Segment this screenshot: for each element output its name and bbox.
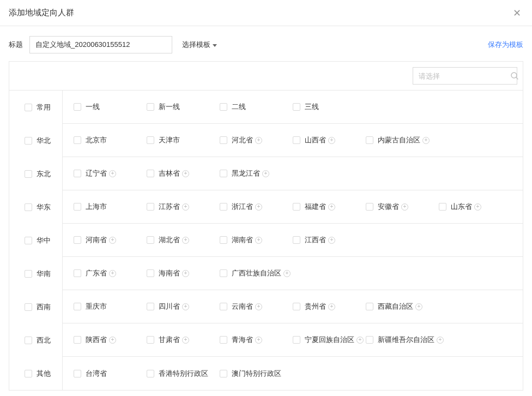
region-checkbox[interactable] (293, 236, 300, 244)
region-checkbox[interactable] (220, 269, 227, 277)
region-item: 河北省 (220, 135, 293, 145)
region-label: 甘肃省 (159, 335, 180, 345)
region-checkbox[interactable] (220, 236, 227, 244)
expand-icon[interactable] (415, 303, 422, 310)
expand-icon[interactable] (109, 237, 116, 244)
region-checkbox[interactable] (147, 103, 154, 111)
expand-icon[interactable] (255, 237, 262, 244)
region-checkbox[interactable] (74, 336, 81, 344)
expand-icon[interactable] (255, 303, 262, 310)
region-label: 三线 (305, 102, 319, 112)
expand-icon[interactable] (109, 270, 116, 277)
save-as-template-link[interactable]: 保存为模板 (488, 40, 523, 50)
region-checkbox[interactable] (366, 136, 373, 144)
expand-icon[interactable] (182, 237, 189, 244)
expand-icon[interactable] (182, 270, 189, 277)
search-input[interactable] (419, 72, 510, 80)
region-checkbox[interactable] (147, 170, 154, 177)
category-checkbox[interactable] (25, 237, 32, 244)
region-checkbox[interactable] (366, 336, 373, 344)
region-checkbox[interactable] (220, 336, 227, 344)
expand-icon[interactable] (262, 170, 269, 177)
region-checkbox[interactable] (74, 303, 81, 310)
expand-icon[interactable] (182, 203, 189, 211)
item-row: 一线新一线二线三线 (63, 91, 523, 124)
category-checkbox[interactable] (25, 370, 32, 377)
region-label: 香港特别行政区 (159, 369, 208, 379)
category-checkbox[interactable] (25, 170, 32, 178)
category-checkbox[interactable] (25, 104, 32, 111)
region-checkbox[interactable] (147, 236, 154, 244)
expand-icon[interactable] (422, 137, 430, 144)
category-checkbox[interactable] (25, 137, 32, 145)
region-item: 四川省 (147, 302, 220, 311)
title-input[interactable] (29, 36, 172, 53)
region-checkbox[interactable] (74, 136, 81, 144)
region-checkbox[interactable] (293, 203, 300, 211)
region-checkbox[interactable] (220, 170, 227, 177)
expand-icon[interactable] (328, 303, 335, 310)
expand-icon[interactable] (437, 337, 444, 344)
category-checkbox[interactable] (25, 270, 32, 278)
category-cell: 东北 (9, 157, 62, 190)
region-checkbox[interactable] (220, 203, 227, 211)
region-label: 一线 (86, 102, 100, 112)
expand-icon[interactable] (182, 303, 189, 310)
expand-icon[interactable] (255, 337, 262, 344)
region-checkbox[interactable] (220, 303, 227, 310)
region-checkbox[interactable] (293, 303, 300, 310)
region-checkbox[interactable] (147, 336, 154, 344)
region-checkbox[interactable] (147, 303, 154, 310)
expand-icon[interactable] (283, 270, 291, 277)
expand-icon[interactable] (182, 337, 189, 344)
region-item: 二线 (220, 102, 293, 112)
category-label: 华北 (37, 136, 51, 146)
region-checkbox[interactable] (147, 269, 154, 277)
search-field[interactable] (413, 67, 517, 85)
region-checkbox[interactable] (74, 370, 81, 377)
expand-icon[interactable] (356, 337, 364, 344)
search-icon (510, 71, 519, 80)
select-template[interactable]: 选择模板 (182, 40, 217, 50)
region-label: 广西壮族自治区 (232, 268, 281, 278)
region-checkbox[interactable] (74, 236, 81, 244)
region-checkbox[interactable] (366, 303, 373, 310)
region-label: 宁夏回族自治区 (305, 335, 354, 345)
region-checkbox[interactable] (293, 136, 300, 144)
close-icon[interactable]: ✕ (510, 7, 523, 20)
region-checkbox[interactable] (220, 136, 227, 144)
category-label: 西北 (37, 335, 51, 345)
expand-icon[interactable] (328, 237, 335, 244)
expand-icon[interactable] (255, 137, 262, 144)
expand-icon[interactable] (401, 203, 408, 211)
region-item: 上海市 (74, 202, 147, 212)
region-checkbox[interactable] (147, 203, 154, 211)
region-checkbox[interactable] (74, 203, 81, 211)
region-checkbox[interactable] (293, 336, 300, 344)
region-checkbox[interactable] (366, 203, 373, 211)
expand-icon[interactable] (182, 170, 189, 177)
region-checkbox[interactable] (74, 103, 81, 111)
expand-icon[interactable] (109, 170, 116, 177)
region-item: 甘肃省 (147, 335, 220, 345)
category-cell: 常用 (9, 91, 62, 124)
svg-line-1 (516, 77, 518, 79)
region-checkbox[interactable] (439, 203, 446, 211)
expand-icon[interactable] (255, 203, 262, 211)
category-checkbox[interactable] (25, 303, 32, 311)
category-checkbox[interactable] (25, 337, 32, 344)
expand-icon[interactable] (109, 337, 116, 344)
expand-icon[interactable] (328, 137, 335, 144)
region-checkbox[interactable] (293, 103, 300, 111)
top-row: 标题 选择模板 保存为模板 (0, 26, 532, 61)
region-checkbox[interactable] (220, 103, 227, 111)
region-checkbox[interactable] (147, 370, 154, 377)
region-checkbox[interactable] (74, 269, 81, 277)
region-checkbox[interactable] (220, 370, 227, 377)
region-checkbox[interactable] (147, 136, 154, 144)
region-checkbox[interactable] (74, 170, 81, 177)
region-item: 青海省 (220, 335, 293, 345)
category-checkbox[interactable] (25, 203, 32, 211)
expand-icon[interactable] (474, 203, 481, 211)
expand-icon[interactable] (328, 203, 335, 211)
